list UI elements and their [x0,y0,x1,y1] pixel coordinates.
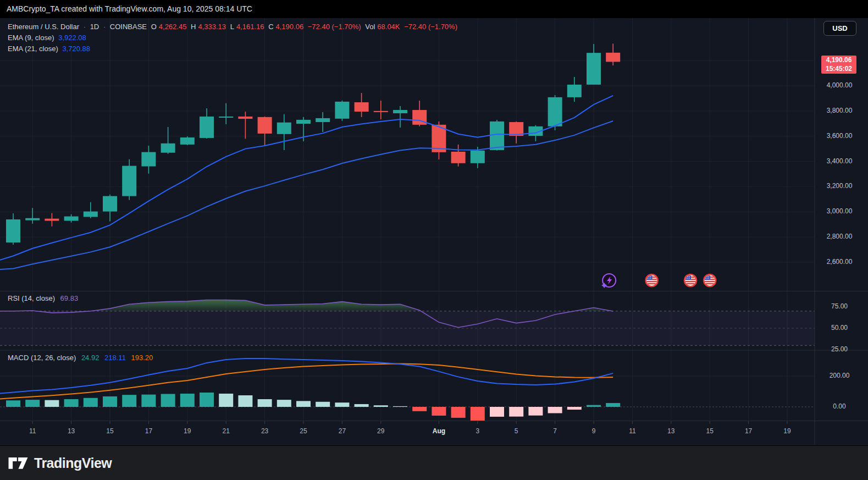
close-label: C [268,23,273,31]
ema21-label: EMA (21, close) [8,45,58,53]
price-axis-label: 3,000.00 [818,207,861,215]
ema21-row[interactable]: EMA (21, close) 3,720.88 [8,43,460,54]
symbol-title: Ethereum / U.S. Dollar [8,23,79,31]
separator-dot: · [103,23,106,31]
macd-axis-label: 0.00 [818,402,861,410]
time-axis-label: 15 [699,427,721,435]
exchange-label: COINBASE [110,23,147,31]
ema9-value: 3,922.08 [58,34,86,42]
interval-label: 1D [90,23,99,31]
price-axis-label: 3,200.00 [818,182,861,190]
rsi-value: 69.83 [60,294,79,302]
time-axis-label: 13 [60,427,82,435]
rsi-axis-label: 50.00 [818,324,861,332]
open-label: O [151,23,157,31]
time-axis-label: 19 [776,427,798,435]
price-axis-label: 4,000.00 [818,81,861,89]
time-axis-label: Aug [428,427,450,435]
volume-label: Vol [365,23,375,31]
ema9-label: EMA (9, close) [8,34,54,42]
tradingview-chart-window: AMBCrypto_TA created with TradingView.co… [0,0,868,480]
time-axis-label: 3 [467,427,489,435]
time-axis-label: 11 [21,427,43,435]
last-price-badge: 4,190.06 15:45:02 [821,56,856,74]
macd-label: MACD (12, 26, close) [8,354,76,362]
us-flag-event-icon[interactable] [704,274,716,286]
symbol-row[interactable]: Ethereum / U.S. Dollar · 1D · COINBASE O… [8,21,460,32]
price-axis-label: 3,800.00 [818,107,861,114]
open-value: 4,262.45 [159,23,187,31]
crypto-event-icon[interactable] [601,274,616,288]
macd-line-value: 218.11 [104,354,126,362]
time-axis-label: 29 [370,427,392,435]
time-axis-label: 17 [738,427,760,435]
separator-dot: · [84,23,86,31]
us-flag-event-icon[interactable] [646,274,658,286]
time-axis-label: 7 [544,427,566,435]
price-axis-label: 3,600.00 [818,132,861,140]
price-axis-label: 3,400.00 [818,157,861,165]
legend: Ethereum / U.S. Dollar · 1D · COINBASE O… [8,21,460,54]
close-value: 4,190.06 [276,23,304,31]
footer-bar: TradingView [0,445,868,480]
macd-axis-label: 200.00 [818,372,861,379]
high-label: H [191,23,196,31]
time-axis-label: 13 [660,427,682,435]
bar-countdown: 15:45:02 [821,64,856,73]
time-axis-label: 11 [621,427,643,435]
tradingview-logo-icon[interactable] [8,453,29,473]
ema9-row[interactable]: EMA (9, close) 3,922.08 [8,32,460,43]
ema21-value: 3,720.88 [62,45,90,53]
volume-change-value: −72.40 (−1.70%) [404,23,457,31]
rsi-axis-label: 25.00 [818,345,861,353]
rsi-label: RSI (14, close) [8,294,55,302]
macd-hist-value: 24.92 [81,354,99,362]
time-axis-label: 17 [137,427,159,435]
price-axis-label: 2,800.00 [818,233,861,240]
price-axis-label: 2,600.00 [818,258,861,266]
low-label: L [230,23,234,31]
time-axis-label: 15 [99,427,121,435]
rsi-legend-row[interactable]: RSI (14, close) 69.83 [8,294,81,302]
rsi-axis-label: 75.00 [818,302,861,310]
time-axis-label: 5 [505,427,527,435]
price-chart-canvas[interactable] [0,0,868,480]
currency-usd-button[interactable]: USD [823,21,856,36]
macd-signal-value: 193.20 [131,354,153,362]
time-axis-label: 25 [292,427,314,435]
change-value: −72.40 (−1.70%) [308,23,361,31]
time-axis-label: 23 [254,427,276,435]
low-value: 4,161.16 [236,23,264,31]
time-axis-label: 9 [583,427,605,435]
tradingview-brand-text[interactable]: TradingView [34,455,112,471]
last-price-value: 4,190.06 [821,56,856,64]
time-axis-label: 27 [331,427,353,435]
time-axis-label: 21 [215,427,237,435]
macd-legend-row[interactable]: MACD (12, 26, close) 24.92 218.11 193.20 [8,354,156,362]
volume-value: 68.04K [377,23,400,31]
high-value: 4,333.13 [198,23,226,31]
time-axis-label: 19 [176,427,198,435]
us-flag-event-icon[interactable] [684,274,696,286]
